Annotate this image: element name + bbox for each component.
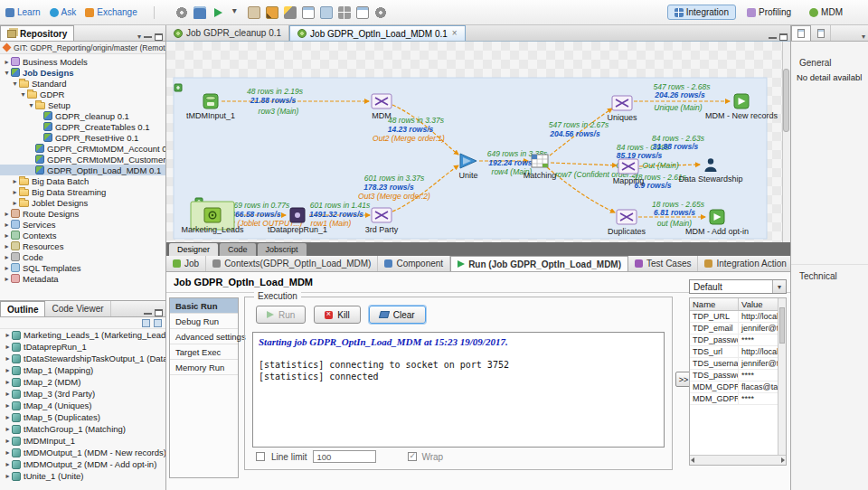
kill-button[interactable]: Kill <box>314 306 360 324</box>
perspective-mdm[interactable]: MDM <box>802 5 850 20</box>
outline-item-tmap-1-mapping[interactable]: ▸tMap_1 (Mapping) <box>0 364 165 376</box>
view-menu-icon[interactable]: ▾ <box>137 33 141 41</box>
tree-item-joblet-designs[interactable]: ▸Joblet Designs <box>0 197 165 208</box>
expand-arrow[interactable]: ▸ <box>11 199 19 207</box>
expand-arrow[interactable]: ▾ <box>19 90 27 99</box>
expand-arrow[interactable]: ▸ <box>3 264 11 272</box>
tree-item-code[interactable]: ▸Code <box>0 251 165 262</box>
tree-item-gdpr[interactable]: ▾GDPR <box>0 89 165 99</box>
view-tab-test-cases[interactable]: Test Cases <box>628 256 698 271</box>
exchange-link[interactable]: Exchange <box>97 7 137 17</box>
close-icon[interactable]: × <box>452 29 458 38</box>
expand-arrow[interactable]: ▸ <box>4 425 12 433</box>
minimize-icon[interactable] <box>144 312 152 315</box>
context-table-horizontal-scrollbar[interactable] <box>690 455 786 465</box>
expand-arrow[interactable]: ▸ <box>4 472 12 480</box>
context-row[interactable]: TDP_emailjennifer@tal <box>690 323 786 335</box>
minimize-icon[interactable] <box>769 36 777 39</box>
tree-item-job-designs[interactable]: ▾Job Designs <box>0 67 165 78</box>
perspective-profiling[interactable]: Profiling <box>740 5 798 20</box>
detect-and-update-icon[interactable] <box>284 6 297 19</box>
expand-arrow[interactable]: ▸ <box>4 413 12 421</box>
minimize-icon[interactable] <box>144 35 152 38</box>
expand-arrow[interactable]: ▸ <box>4 390 12 398</box>
tree-item-metadata[interactable]: ▸Metadata <box>0 273 165 284</box>
export-items-icon[interactable] <box>302 6 315 19</box>
tree-item-business-models[interactable]: ▸Business Models <box>0 56 165 67</box>
outline-item-tmap-4-uniques[interactable]: ▸tMap_4 (Uniques) <box>0 400 165 411</box>
expand-arrow[interactable]: ▸ <box>3 221 11 229</box>
tree-item-gdpr-resethive-0-1[interactable]: GDPR_ResetHive 0.1 <box>0 132 165 143</box>
expand-arrow[interactable]: ▸ <box>4 378 12 386</box>
designer-tab-code[interactable]: Code <box>220 243 256 256</box>
context-table-vertical-scrollbar[interactable] <box>778 298 786 455</box>
tree-item-sql-templates[interactable]: ▸SQL Templates <box>0 262 165 273</box>
run-menu-basic-run[interactable]: Basic Run <box>170 298 238 314</box>
outline-item-tmdmoutput-2-mdm-add-opt-in[interactable]: ▸tMDMOutput_2 (MDM - Add opt-in) <box>0 458 165 470</box>
tree-item-gdpr-createtables-0-1[interactable]: GDPR_CreateTables 0.1 <box>0 121 165 132</box>
view-tab-component[interactable]: Component <box>378 256 450 271</box>
tree-item-resources[interactable]: ▸Resources <box>0 240 165 251</box>
maximize-icon[interactable] <box>155 33 163 41</box>
debug-icon[interactable] <box>248 6 260 19</box>
view-tab-integration-action[interactable]: Integration Action <box>698 256 793 271</box>
run-button[interactable]: Run <box>256 306 306 324</box>
expand-arrow[interactable]: ▸ <box>3 58 11 66</box>
run-menu-advanced-settings[interactable]: Advanced settings <box>170 329 238 344</box>
project-settings-icon[interactable] <box>175 6 188 19</box>
tree-item-standard[interactable]: ▾Standard <box>0 78 165 89</box>
expand-arrow[interactable]: ▸ <box>3 253 11 261</box>
tree-item-gdpr-optin-load-mdm-0-1[interactable]: GDPR_OptIn_Load_MDM 0.1 <box>0 165 165 175</box>
expand-arrow[interactable]: ▸ <box>4 354 12 363</box>
outline-item-tdatapreprun-1[interactable]: ▸tDataprepRun_1 <box>0 341 165 353</box>
save-icon[interactable] <box>193 6 206 19</box>
run-job-icon[interactable] <box>212 6 224 19</box>
scrollbar-thumb[interactable] <box>779 307 785 344</box>
context-row[interactable]: TDS_urlhttp://localh <box>690 346 786 358</box>
execution-console[interactable]: Starting job GDPR_OptIn_Load_MDM at 15:2… <box>252 332 665 448</box>
context-row[interactable]: TDS_password**** <box>690 370 786 382</box>
expand-arrow[interactable]: ▾ <box>27 101 35 109</box>
wrap-checkbox[interactable] <box>408 452 417 461</box>
expand-arrow[interactable]: ▾ <box>11 80 19 88</box>
tree-item-gdpr-crmtomdm-account-0-1[interactable]: GDPR_CRMtoMDM_Account 0.1 <box>0 143 165 154</box>
context-row[interactable]: TDP_URLhttp://localh <box>690 311 786 323</box>
tree-item-services[interactable]: ▸Services <box>0 219 165 230</box>
expand-arrow[interactable]: ▸ <box>3 242 11 250</box>
tree-item-setup[interactable]: ▾Setup <box>0 99 165 110</box>
expand-arrow[interactable]: ▸ <box>3 210 11 218</box>
run-menu-debug-run[interactable]: Debug Run <box>170 314 238 329</box>
run-menu-target-exec[interactable]: Target Exec <box>170 344 238 360</box>
outline-item-tmap-5-duplicates[interactable]: ▸tMap_5 (Duplicates) <box>0 411 165 423</box>
job-design-canvas[interactable]: 48 rows in 2.19s21.88 rows/srow3 (Main)4… <box>166 42 790 242</box>
outline-item-tmap-2-mdm[interactable]: ▸tMap_2 (MDM) <box>0 376 165 388</box>
run-options-icon[interactable] <box>230 6 242 19</box>
tree-item-gdpr-crmtomdm-customer-0[interactable]: GDPR_CRMtoMDM_Customer 0 <box>0 154 165 165</box>
outline-item-tmatchgroup-1-matching[interactable]: ▸tMatchGroup_1 (Matching) <box>0 423 165 435</box>
editor-tab-job-gdpr-optin-load-mdm-0-1[interactable]: Job GDPR_OptIn_Load_MDM 0.1× <box>289 25 466 41</box>
editor-tab-job-gdpr-cleanup-0-1[interactable]: Job GDPR_cleanup 0.1 <box>166 25 289 41</box>
scroll-right-icon[interactable] <box>781 457 785 463</box>
window-layout-icon[interactable] <box>356 6 369 19</box>
tree-item-contexts[interactable]: ▸Contexts <box>0 230 165 240</box>
outline-item-tmdminput-1[interactable]: ▸tMDMInput_1 <box>0 435 165 447</box>
ask-link[interactable]: Ask <box>61 7 77 17</box>
edit-properties-icon[interactable] <box>266 6 278 19</box>
tab-outline[interactable]: Outline <box>0 301 45 316</box>
scroll-left-icon[interactable] <box>691 457 694 463</box>
context-row[interactable]: MDM_GDPR_MDM...flacas@talen <box>690 382 786 393</box>
expand-all-icon[interactable] <box>142 319 150 327</box>
outline-item-tmdmoutput-1-mdm-new-records[interactable]: ▸tMDMOutput_1 (MDM - New records) <box>0 447 165 458</box>
expand-arrow[interactable]: ▸ <box>3 231 11 240</box>
designer-tab-designer[interactable]: Designer <box>169 243 218 256</box>
expand-arrow[interactable]: ▸ <box>4 343 12 351</box>
tree-item-gdpr-cleanup-0-1[interactable]: GDPR_cleanup 0.1 <box>0 110 165 121</box>
canvas-vertical-scrollbar[interactable] <box>782 42 790 242</box>
show-views-icon[interactable] <box>338 6 351 19</box>
perspective-integration[interactable]: Integration <box>667 5 736 20</box>
context-row[interactable]: TDS_usernamejennifer@tal <box>690 358 786 370</box>
line-limit-input[interactable] <box>313 450 376 463</box>
expand-arrow[interactable]: ▸ <box>4 331 12 339</box>
expand-arrow[interactable]: ▸ <box>4 401 12 410</box>
view-tab-contexts-gdpr-optin-load-mdm[interactable]: Contexts(GDPR_OptIn_Load_MDM) <box>206 256 378 271</box>
